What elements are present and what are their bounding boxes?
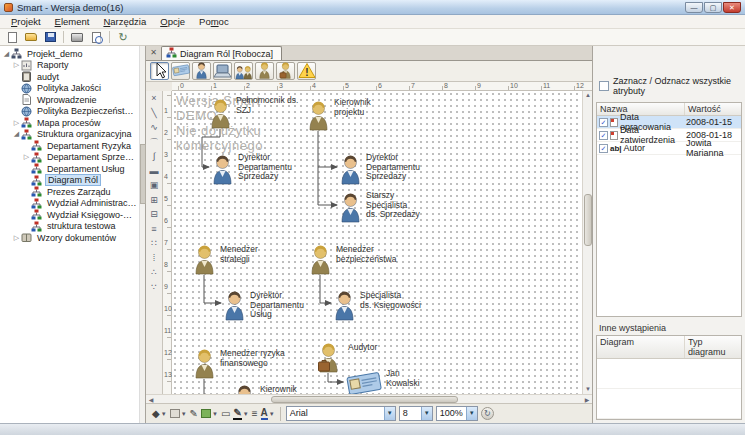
minimize-button[interactable]: — bbox=[685, 2, 703, 13]
diagram-node-8[interactable] bbox=[334, 289, 355, 323]
tree-item-13[interactable]: Wydział Administracyjno-Organi... bbox=[0, 198, 139, 210]
dropdown-arrow-icon[interactable]: ▼ bbox=[212, 411, 218, 417]
menu-item-narzędzia[interactable]: Narzędzia bbox=[96, 16, 153, 27]
fill-style-button[interactable]: ▼ bbox=[170, 409, 187, 418]
diagram-node-5[interactable] bbox=[194, 243, 215, 277]
tree-item-6[interactable]: ▷Mapa procesów bbox=[0, 117, 139, 129]
vscrollbar-thumb[interactable] bbox=[584, 194, 592, 246]
font-size-combo[interactable]: 8▼ bbox=[399, 406, 433, 421]
attribute-checkbox[interactable]: ✓ bbox=[599, 144, 608, 153]
diagram-node-4[interactable] bbox=[340, 191, 361, 225]
tree-item-8[interactable]: Departament Ryzyka bbox=[0, 140, 139, 152]
diagram-node-3[interactable] bbox=[340, 153, 361, 187]
cursor-tool-button[interactable] bbox=[150, 62, 169, 80]
image-tool-button[interactable]: ⊞ bbox=[147, 194, 162, 208]
arc-tool-button[interactable]: ∫ bbox=[147, 150, 162, 164]
font-color-button[interactable]: A▼ bbox=[261, 408, 275, 420]
menu-item-opcje[interactable]: Opcje bbox=[153, 16, 192, 27]
align-tool-button[interactable]: ≡ bbox=[147, 223, 162, 237]
diagram-node-6[interactable] bbox=[310, 243, 331, 277]
person-blue-tool-button[interactable] bbox=[192, 62, 211, 80]
expander-closed-icon[interactable]: ▷ bbox=[22, 153, 31, 161]
font-family-combo[interactable]: Arial▼ bbox=[286, 406, 396, 421]
diagram-canvas[interactable]: Wersja SmartDEMONie do użytkukomercyjneg… bbox=[172, 91, 582, 394]
tab-diagram-rol[interactable]: Diagram Ról [Robocza] bbox=[161, 46, 282, 60]
line-tool-button[interactable]: ╲ bbox=[147, 107, 162, 121]
connector-4[interactable] bbox=[320, 275, 331, 303]
brush-button[interactable]: ✎ bbox=[190, 408, 198, 419]
new-button[interactable] bbox=[4, 30, 20, 44]
tree-item-14[interactable]: Wydział Księgowo-Finansowy bbox=[0, 209, 139, 221]
connector-5[interactable] bbox=[204, 379, 231, 394]
column-typ-diagramu[interactable]: Typ diagramu bbox=[685, 336, 741, 358]
tree-scrollbar[interactable] bbox=[139, 46, 145, 423]
tab-close-button[interactable]: ✕ bbox=[148, 48, 159, 59]
zoom-combo[interactable]: 100%▼ bbox=[436, 406, 478, 421]
connector-1[interactable] bbox=[318, 131, 337, 167]
line-width-button[interactable]: ≡ bbox=[252, 408, 258, 419]
diagram-node-7[interactable] bbox=[224, 289, 245, 323]
attribute-checkbox[interactable]: ✓ bbox=[599, 131, 608, 140]
font-size-combo-dropdown-button[interactable]: ▼ bbox=[421, 407, 432, 420]
id-card-tool-button[interactable] bbox=[171, 62, 190, 80]
tree-item-1[interactable]: ▷Raporty bbox=[0, 60, 139, 72]
tree-item-3[interactable]: Polityka Jakości bbox=[0, 83, 139, 95]
diagram-node-1[interactable] bbox=[308, 99, 329, 133]
line-style-button[interactable]: ▭ bbox=[221, 408, 230, 419]
tree-item-2[interactable]: audyt bbox=[0, 71, 139, 83]
diagram-node-11[interactable] bbox=[346, 371, 382, 394]
diagram-node-2[interactable] bbox=[212, 153, 233, 187]
open-button[interactable] bbox=[23, 30, 39, 44]
grid-tool-button[interactable]: ⊟ bbox=[147, 208, 162, 222]
canvas-hscrollbar[interactable]: ◀ ▶ bbox=[146, 394, 592, 403]
scroll-right-icon[interactable]: ▶ bbox=[582, 396, 592, 405]
expander-closed-icon[interactable]: ▷ bbox=[12, 234, 21, 242]
curve-tool-button[interactable]: ⌒ bbox=[147, 136, 162, 150]
expander-closed-icon[interactable]: ▷ bbox=[12, 61, 21, 69]
dropdown-arrow-icon[interactable]: ▼ bbox=[161, 411, 167, 417]
tree-item-11[interactable]: Diagram Ról bbox=[0, 175, 139, 187]
title-bar[interactable]: Smart - Wersja demo(16) — ▢ ✕ bbox=[0, 0, 745, 15]
dropdown-arrow-icon[interactable]: ▼ bbox=[243, 411, 249, 417]
scroll-up-icon[interactable]: ▲ bbox=[583, 91, 593, 100]
menu-item-projekt[interactable]: Projekt bbox=[4, 16, 48, 27]
close-button[interactable]: ✕ bbox=[723, 2, 741, 13]
tree-item-5[interactable]: Polityka Bezpieczeństwa Informacji bbox=[0, 106, 139, 118]
expander-closed-icon[interactable]: ▷ bbox=[12, 119, 21, 127]
tree-item-0[interactable]: ◢Projekt_demo bbox=[0, 48, 139, 60]
scroll-down-icon[interactable]: ▼ bbox=[583, 385, 593, 394]
attribute-value-cell[interactable]: 2008-01-15 bbox=[683, 117, 741, 127]
connector-2[interactable] bbox=[318, 167, 337, 205]
tree-item-12[interactable]: Prezes Zarządu bbox=[0, 186, 139, 198]
person-briefcase-tool-button[interactable] bbox=[276, 62, 295, 80]
tree-item-10[interactable]: Departament Usług bbox=[0, 163, 139, 175]
dropdown-arrow-icon[interactable]: ▼ bbox=[181, 411, 187, 417]
connector-tool-button[interactable]: ▬ bbox=[147, 165, 162, 179]
order-tool-button[interactable]: ∴ bbox=[147, 266, 162, 280]
diagram-node-0[interactable] bbox=[210, 97, 231, 131]
print-button[interactable] bbox=[69, 30, 85, 44]
refresh-button[interactable]: ↻ bbox=[115, 30, 131, 44]
font-family-combo-dropdown-button[interactable]: ▼ bbox=[384, 407, 395, 420]
tree-item-15[interactable]: struktura testowa bbox=[0, 221, 139, 233]
hscrollbar-thumb[interactable] bbox=[271, 396, 458, 403]
expander-open-icon[interactable]: ◢ bbox=[12, 130, 21, 138]
tree-item-7[interactable]: ◢Struktura organizacyjna bbox=[0, 129, 139, 141]
column-diagram[interactable]: Diagram bbox=[597, 336, 685, 358]
tree-scrollbar-thumb[interactable] bbox=[140, 144, 146, 204]
warning-tool-button[interactable]: ! bbox=[297, 62, 316, 80]
delete-tool-button[interactable]: × bbox=[147, 92, 162, 106]
canvas-vscrollbar[interactable]: ▲ ▼ bbox=[582, 91, 592, 394]
pen-color-button[interactable]: ✎▼ bbox=[233, 408, 248, 420]
diagram-node-9[interactable] bbox=[194, 347, 215, 381]
rectangle-tool-button[interactable]: ▣ bbox=[147, 179, 162, 193]
attribute-row-2[interactable]: ✓ab|AutorJowita Marianna bbox=[597, 142, 741, 155]
diagram-node-10[interactable] bbox=[318, 341, 339, 375]
history-button[interactable]: ↻ bbox=[481, 407, 494, 420]
tree-item-4[interactable]: Wprowadzenie bbox=[0, 94, 139, 106]
occurrences-table-header[interactable]: Diagram Typ diagramu bbox=[597, 336, 741, 359]
save-button[interactable] bbox=[42, 30, 58, 44]
group-tool-button[interactable] bbox=[234, 62, 253, 80]
laptop-tool-button[interactable] bbox=[213, 62, 232, 80]
dropdown-arrow-icon[interactable]: ▼ bbox=[269, 411, 275, 417]
